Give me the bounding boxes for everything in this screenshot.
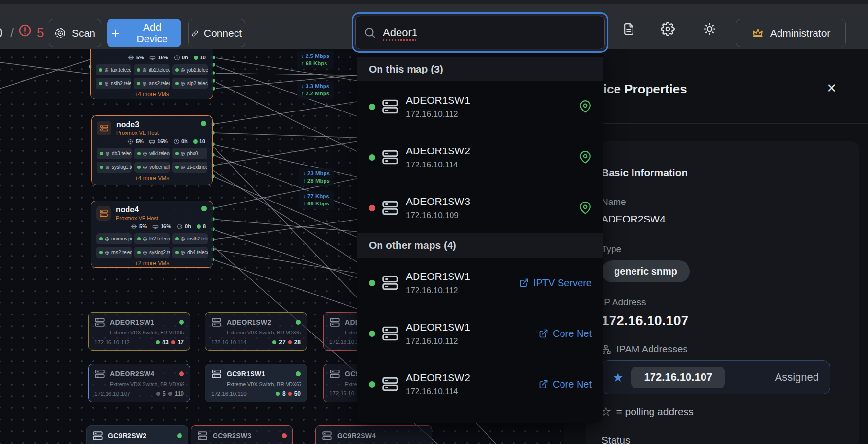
search-icon (363, 26, 376, 39)
administrator-button[interactable]: Administrator (736, 19, 846, 47)
vm-list: db3.teleco... wiki.teleco... pbx0 syslog… (97, 148, 207, 173)
link-bandwidth-label: ↓ 3.3 Mbps↑ 2.2 Mbps (297, 81, 334, 99)
uptime-stat: 0h (173, 138, 188, 145)
host-card-node3[interactable]: node3 Proxmox VE Host 5% 16% 0h 10 db3.t… (91, 115, 213, 185)
locate-on-map-icon[interactable] (579, 100, 592, 113)
device-ip: 172.16.10.110 (211, 391, 247, 397)
device-card-gc9r2sw3[interactable]: GC9R2SW3 Extreme VDX Switch, BR-VDX6940-… (191, 426, 293, 444)
more-vms-link[interactable]: +4 more VMs (96, 91, 208, 99)
document-icon[interactable] (623, 23, 635, 35)
vm-chip[interactable]: inslb2.tele... (172, 233, 208, 244)
vm-chip[interactable]: ilb2.teleco... (134, 64, 169, 75)
vm-chip[interactable]: zt-exitnod... (172, 162, 207, 173)
status-dot-up (201, 206, 207, 211)
vm-chip[interactable]: lb2.teleco... (134, 233, 170, 244)
status-dot-up (296, 371, 301, 376)
vm-chip[interactable]: syslog2.tel... (134, 247, 170, 258)
search-result-adeor1sw1[interactable]: ADEOR1SW1172.16.10.112 (357, 81, 603, 132)
search-result-adeor1sw3[interactable]: ADEOR1SW3172.16.10.109 (357, 183, 603, 233)
device-card-adeor2sw4-selected[interactable]: ADEOR2SW4 Extreme VDX Switch, BR-VDX6940… (88, 364, 190, 402)
status-dot-up (369, 381, 375, 388)
vm-chip[interactable]: ans2.telec... (134, 78, 169, 89)
theme-toggle-sun-icon[interactable] (703, 22, 716, 36)
device-card-gc9r1sw1[interactable]: GC9R1SW1 Extreme VDX Switch, BR-VDX6740,… (205, 364, 307, 402)
vm-chip[interactable]: syslog1.tel... (97, 162, 132, 173)
device-properties-panel: Device Properties ✕ Basic Information Na… (564, 49, 868, 444)
device-card-gc9r2sw2[interactable]: GC9R2SW2 Extreme VDX Switch, BR-VDX6740T… (86, 426, 188, 444)
device-card-adeor1sw1[interactable]: ADEOR1SW1 Extreme VDX Switch, BR-VDX6740… (88, 312, 190, 351)
device-name: ADEOR1SW1 (110, 318, 154, 326)
port-counters: 2728 (272, 339, 301, 346)
device-name: ADEOR1SW2 (227, 318, 271, 326)
switch-icon (381, 148, 399, 166)
status-dot-up (179, 320, 184, 325)
open-map-link[interactable]: Core Net (539, 328, 592, 339)
vm-chip[interactable]: fax.teleco... (96, 64, 131, 75)
search-result-other-map[interactable]: ADEOR1SW1172.16.10.112 IPTV Servere (357, 258, 603, 308)
gear-icon[interactable] (661, 22, 675, 36)
alert-icon[interactable] (18, 24, 32, 37)
vm-chip[interactable]: db3.teleco... (97, 148, 132, 159)
proxmox-host-icon (97, 121, 111, 135)
vm-chip[interactable]: pbx0 (172, 148, 207, 159)
connect-button[interactable]: Connect (188, 19, 245, 47)
polling-star-icon[interactable]: ★ (613, 370, 623, 385)
add-device-button[interactable]: Add Device (107, 19, 181, 47)
vm-chip[interactable]: unimus.po... (96, 233, 132, 244)
vm-chip[interactable]: voicemail1... (134, 162, 169, 173)
vm-chip[interactable]: sip2.teleco... (172, 78, 208, 89)
device-count: 0 (0, 25, 2, 40)
search-result-other-map[interactable]: ADEOR1SW2172.16.10.114 Core Net (357, 359, 603, 409)
port-counters: 4317 (156, 339, 184, 346)
crown-icon (751, 27, 764, 40)
device-ip: 172.16.10.114 (211, 339, 247, 345)
open-map-link[interactable]: IPTV Servere (519, 278, 592, 289)
search-result-adeor1sw2[interactable]: ADEOR1SW2172.16.10.114 (357, 132, 603, 183)
locate-on-map-icon[interactable] (579, 151, 592, 164)
status-label: Status (601, 434, 631, 444)
status-dot-up (369, 331, 375, 337)
switch-icon (211, 317, 222, 328)
plus-icon (110, 28, 121, 38)
scan-button[interactable]: Scan (49, 19, 101, 47)
top-toolbar: 0 / 5 Scan Add Device Connect Adeor1 Adm… (0, 0, 868, 49)
host-stats: 5% 16% 0h 10 (97, 136, 207, 146)
status-dot-up (369, 104, 375, 110)
device-name: GC9R1SW1 (227, 370, 265, 378)
switch-icon (381, 98, 399, 115)
host-card-node4[interactable]: node4 Proxmox VE Host 5% 16% 0h 8 unimus… (91, 201, 213, 268)
vm-chip[interactable]: job2.telec... (172, 64, 208, 75)
vm-count-stat: 10 (193, 138, 205, 144)
external-link-icon (519, 278, 529, 288)
device-name: ADEOR2SW4 (110, 370, 154, 378)
status-dot-up (177, 433, 182, 438)
device-card-adeor1sw2[interactable]: ADEOR1SW2 Extreme VDX Switch, BR-VDX6740… (205, 312, 307, 351)
count-divider: / (10, 25, 14, 40)
switch-icon (381, 274, 399, 292)
properties-card (586, 141, 859, 444)
device-description: Extreme VDX Switch, BR-VDX6740, Network … (110, 330, 184, 335)
vm-chip[interactable]: db4.teleco... (172, 247, 208, 258)
vm-chip[interactable]: wiki.teleco... (134, 148, 169, 159)
close-icon[interactable]: ✕ (826, 81, 837, 96)
switch-icon (94, 369, 105, 379)
open-map-link[interactable]: Core Net (539, 379, 592, 390)
alert-count: 5 (37, 25, 44, 40)
search-result-other-map[interactable]: ADEOR1SW1172.16.10.112 Core Net (357, 308, 603, 359)
vm-chip[interactable]: rns2.telec... (96, 247, 132, 258)
switch-icon (329, 317, 340, 328)
search-input[interactable]: Adeor1 (355, 16, 605, 49)
device-description: Extreme VDX Switch, BR-VDX6740T, Network… (227, 330, 301, 335)
host-stats: 5% 16% 0h 8 (96, 222, 208, 231)
locate-on-map-icon[interactable] (579, 202, 592, 214)
more-vms-link[interactable]: +2 more VMs (96, 260, 208, 268)
device-description: Extreme VDX Switch, BR-VDX6740, Network … (227, 381, 301, 387)
cpu-stat: 5% (128, 55, 144, 61)
device-card-gc9r2sw4[interactable]: GC9R2SW4 Extreme VDX Switch, BR-VDX6940-… (315, 426, 432, 444)
status-dot-up (369, 154, 375, 161)
device-description: Extreme VDX Switch, BR-VDX6940-144S, Net… (110, 381, 184, 387)
ipam-address-row[interactable]: ★ 172.16.10.107 Assigned (601, 360, 830, 394)
more-vms-link[interactable]: +4 more VMs (97, 175, 207, 183)
vm-chip[interactable]: nslb2.telec... (96, 78, 131, 89)
cpu-stat: 5% (131, 223, 147, 230)
